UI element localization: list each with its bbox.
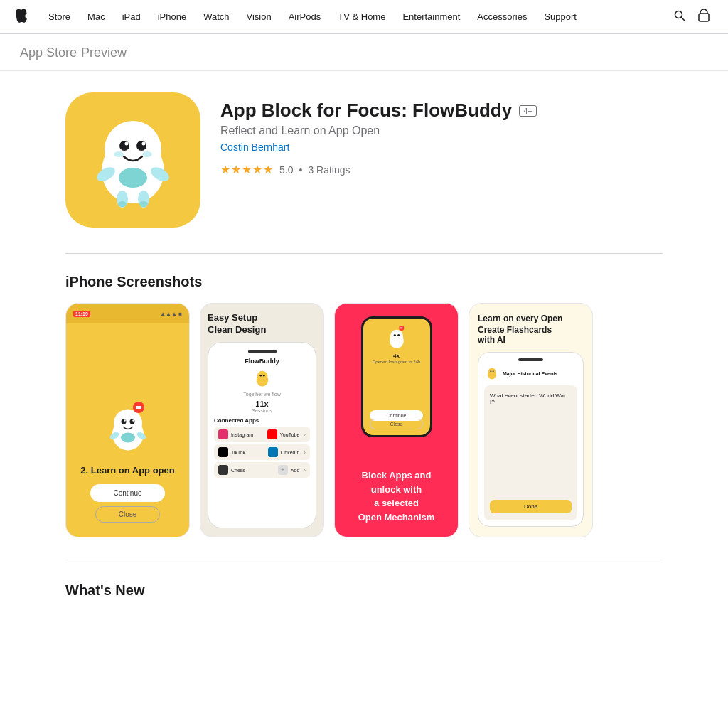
appstore-header: App StorePreview: [0, 34, 728, 71]
svg-point-32: [262, 375, 264, 377]
linkedin-icon: [268, 447, 278, 457]
ss1-character: [100, 400, 156, 459]
ss2-arrow1: ›: [304, 432, 306, 438]
ss3-top: 4x Opened Instagram in 24h Continue Clos…: [361, 316, 432, 446]
ss1-signal: ▲▲▲ ■: [160, 311, 182, 317]
svg-point-16: [118, 201, 127, 207]
nav-support[interactable]: Support: [535, 11, 585, 22]
ss4-question: What event started World War I?: [490, 392, 572, 405]
nav-ipad[interactable]: iPad: [114, 11, 149, 22]
ss2-arrow2: ›: [304, 449, 306, 456]
tiktok-icon: [218, 447, 228, 457]
nav-airpods[interactable]: AirPods: [280, 11, 330, 22]
app-rating: ★★★★★ 5.0 • 3 Ratings: [220, 163, 537, 176]
ss4-phone-mockup: Major Historical Events What event start…: [478, 352, 584, 527]
ss3-text-wrap: Block Apps and unlock with a selected Op…: [358, 469, 435, 524]
ss2-connected-label: Connected Apps: [214, 417, 310, 424]
bag-button[interactable]: [695, 6, 712, 27]
svg-point-20: [121, 419, 126, 424]
svg-point-31: [259, 375, 262, 377]
screenshots-section: iPhone Screenshots 11:19 ▲▲▲ ■: [65, 274, 663, 542]
developer-link[interactable]: Costin Bernhart: [220, 141, 537, 153]
nav-watch[interactable]: Watch: [195, 11, 237, 22]
ss1-text: 2. Learn on App open: [80, 465, 174, 476]
chess-icon: [218, 465, 228, 475]
ss2-add-btn: +: [278, 465, 288, 475]
ss3-stat-label: Opened Instagram in 24h: [368, 360, 425, 364]
svg-point-30: [256, 374, 268, 386]
nav-entertainment[interactable]: Entertainment: [394, 11, 469, 22]
app-title: App Block for Focus: FlowBuddy 4+: [220, 100, 537, 122]
rating-count: 3 Ratings: [308, 164, 350, 176]
svg-point-23: [132, 419, 134, 422]
ss2-appname: FlowBuddy: [214, 358, 310, 365]
screenshots-title: iPhone Screenshots: [65, 274, 663, 290]
svg-rect-2: [699, 14, 709, 21]
rating-separator: •: [299, 164, 302, 176]
ss2-app5: Chess: [231, 468, 275, 473]
svg-point-8: [142, 142, 146, 146]
whats-new-section: What's New: [65, 582, 663, 599]
app-subtitle: Reflect and Learn on App Open: [220, 124, 537, 137]
svg-point-24: [121, 433, 135, 443]
ss1-close-btn: Close: [95, 506, 161, 523]
svg-point-11: [119, 168, 147, 188]
svg-point-35: [393, 334, 395, 336]
nav-links: Store Mac iPad iPhone Watch Vision AirPo…: [40, 11, 671, 22]
appstore-sub: Preview: [81, 46, 127, 60]
ss2-notch: [248, 350, 277, 353]
ss2-heading1: Easy Setup: [208, 312, 316, 323]
screenshot-4: Learn on every Open Create Flashcards wi…: [469, 303, 593, 537]
nav-vision[interactable]: Vision: [238, 11, 280, 22]
ss3-close-btn: Close: [370, 419, 423, 429]
screenshot-3: 4x Opened Instagram in 24h Continue Clos…: [334, 303, 459, 537]
apple-logo[interactable]: [16, 9, 27, 25]
appstore-brand: App Store: [20, 46, 77, 60]
ss2-app1: Instagram: [231, 432, 264, 437]
rating-value: 5.0: [279, 164, 293, 176]
screenshot-2: Easy Setup Clean Design FlowBuddy: [200, 303, 324, 537]
svg-point-9: [114, 151, 124, 157]
app-icon: [65, 92, 200, 228]
svg-point-41: [490, 370, 491, 372]
ss4-header: Major Historical Events: [484, 365, 577, 381]
nav-utility-icons: [671, 6, 712, 27]
ss4-done-btn: Done: [490, 500, 572, 513]
screenshots-row: 11:19 ▲▲▲ ■: [65, 303, 663, 542]
ss4-heading2: Create Flashcards: [478, 325, 584, 335]
youtube-icon: [267, 429, 277, 439]
ss2-sessions: 11x: [214, 400, 310, 408]
ss2-app-row-3: Chess + Add ›: [214, 462, 310, 478]
nav-store[interactable]: Store: [40, 11, 79, 22]
app-icon-wrap: [65, 92, 200, 228]
svg-point-34: [390, 333, 404, 348]
ss2-sessions-label: Sessions: [214, 408, 310, 413]
svg-point-21: [129, 419, 134, 424]
svg-rect-38: [400, 327, 402, 328]
svg-point-7: [125, 142, 129, 146]
nav-mac[interactable]: Mac: [79, 11, 114, 22]
svg-point-40: [488, 370, 496, 380]
nav-iphone[interactable]: iPhone: [149, 11, 195, 22]
svg-point-22: [124, 419, 126, 422]
svg-point-42: [493, 370, 494, 372]
svg-point-10: [142, 151, 152, 157]
nav-accessories[interactable]: Accessories: [469, 11, 535, 22]
ss2-phone-mockup: FlowBuddy Together we flow 11x Sessions …: [208, 342, 316, 528]
ss4-deck: Major Historical Events: [503, 371, 557, 376]
ss4-question-card: What event started World War I? Done: [484, 385, 577, 520]
age-rating-badge: 4+: [519, 105, 537, 117]
app-hero: App Block for Focus: FlowBuddy 4+ Reflec…: [65, 92, 663, 228]
ss2-app-row-1: Instagram YouTube ›: [214, 427, 310, 442]
ss2-heading2: Clean Design: [208, 324, 316, 335]
ss4-notch: [518, 358, 543, 361]
ss1-statusbar: 11:19 ▲▲▲ ■: [66, 304, 189, 323]
ss2-mini-ghost: [214, 368, 310, 389]
ss2-add-label: Add: [291, 468, 299, 473]
search-button[interactable]: [671, 7, 688, 26]
ss2-arrow3: ›: [304, 467, 306, 473]
ss3-phone: 4x Opened Instagram in 24h Continue Clos…: [361, 316, 432, 437]
svg-point-17: [139, 201, 148, 207]
screenshots-divider: [65, 562, 663, 562]
nav-tv-home[interactable]: TV & Home: [329, 11, 394, 22]
